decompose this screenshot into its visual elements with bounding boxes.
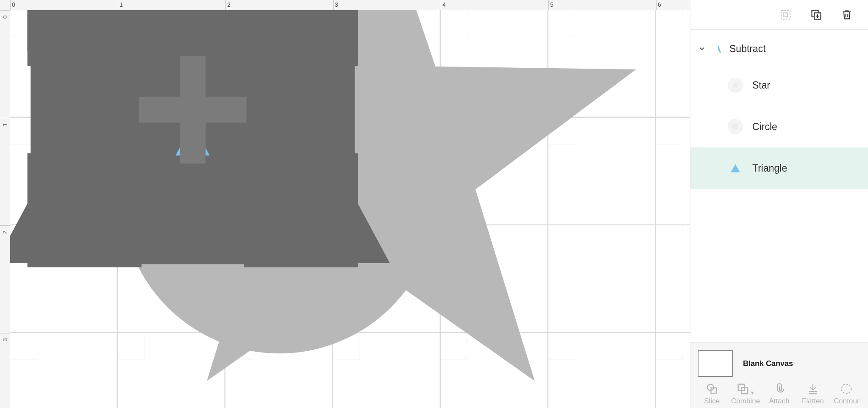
op-label: Combine [731,397,760,405]
panel-footer: Blank Canvas Slice ▼ Combine Attach Flat… [690,342,868,408]
op-label: Contour [834,397,859,405]
delete-button[interactable] [839,7,854,22]
svg-marker-13 [732,82,739,89]
ruler-h-label: 4 [442,1,446,8]
selection-handle[interactable] [81,207,88,214]
panel-toolbar [690,0,868,30]
chevron-down-icon[interactable] [697,45,707,53]
ruler-h-label: 1 [120,1,123,8]
layer-group-label: Subtract [729,43,766,55]
ruler-h-label: 5 [550,1,554,8]
attach-icon [773,383,786,395]
contour-icon [840,383,853,395]
blank-canvas-label: Blank Canvas [743,359,793,368]
ruler-v-label: 2 [2,230,8,234]
svg-point-16 [707,384,713,391]
blank-canvas-swatch[interactable] [698,350,733,377]
op-label: Slice [704,397,720,405]
operations-row: Slice ▼ Combine Attach Flatten Contour [690,381,868,408]
svg-rect-6 [784,13,787,17]
op-slice[interactable]: Slice [697,383,726,405]
layer-item-label: Circle [752,121,777,133]
svg-point-14 [732,124,739,130]
op-combine[interactable]: ▼ Combine [731,383,760,405]
subtract-icon [712,42,724,55]
svg-point-20 [842,384,851,394]
canvas-area[interactable]: 0123456 0123 [0,0,690,408]
layer-group-subtract[interactable]: Subtract [690,33,868,64]
duplicate-icon [810,9,822,21]
layers-panel: Subtract Star Circle Triangle Blank Canv… [690,0,868,408]
layer-item-label: Triangle [752,163,787,174]
canvas-grid[interactable] [10,10,690,408]
op-flatten[interactable]: Flatten [798,383,827,405]
ruler-v-label: 1 [2,123,8,126]
svg-marker-15 [731,164,740,172]
star-icon [728,78,743,93]
ruler-h-label: 3 [335,1,338,8]
ruler-v-label: 0 [2,15,8,19]
flatten-icon [807,383,819,395]
op-label: Flatten [802,397,824,405]
circle-icon [728,119,743,134]
op-attach[interactable]: Attach [765,383,794,405]
ruler-h-label: 0 [12,1,15,8]
slice-icon [706,383,718,395]
op-label: Attach [769,397,789,405]
ruler-vertical: 0123 [0,10,10,408]
layer-item-star[interactable]: Star [690,64,868,106]
layers-list: Subtract Star Circle Triangle [690,30,868,342]
selection-handle[interactable] [298,207,304,214]
ruler-h-label: 6 [658,1,661,8]
layer-item-triangle[interactable]: Triangle [690,147,868,189]
layer-item-label: Star [752,80,770,91]
group-button[interactable] [778,7,793,22]
ruler-h-label: 2 [227,1,231,8]
triangle-icon [728,161,743,176]
layer-item-circle[interactable]: Circle [690,106,868,147]
ruler-v-label: 3 [2,338,8,341]
svg-rect-5 [782,10,790,19]
group-icon [780,9,792,21]
duplicate-button[interactable] [809,7,824,22]
trash-icon [841,9,853,21]
op-contour[interactable]: Contour [832,383,861,405]
ruler-horizontal: 0123456 [10,0,690,10]
combine-icon [737,383,749,395]
ruler-corner [0,0,10,10]
